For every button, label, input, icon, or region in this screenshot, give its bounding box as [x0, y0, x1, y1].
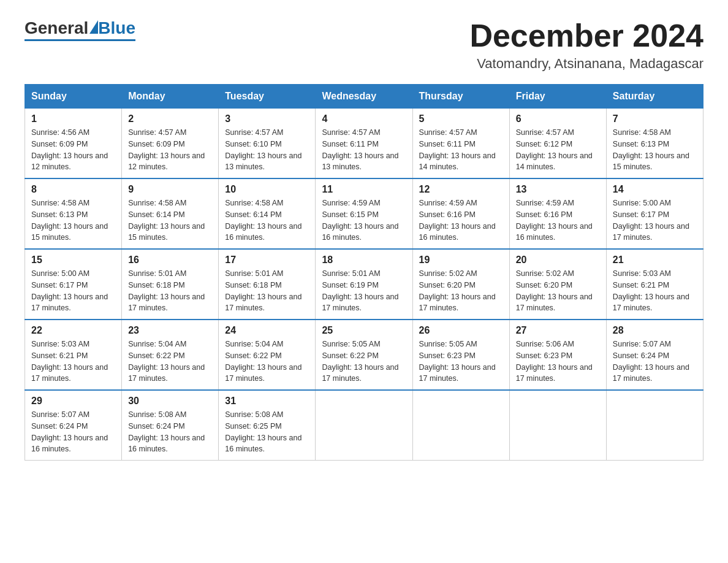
- day-cell-9: 9 Sunrise: 4:58 AMSunset: 6:14 PMDayligh…: [122, 178, 219, 249]
- day-cell-17: 17 Sunrise: 5:01 AMSunset: 6:18 PMDaylig…: [219, 249, 316, 320]
- day-info: Sunrise: 4:57 AMSunset: 6:11 PMDaylight:…: [419, 128, 496, 171]
- day-number: 31: [225, 396, 309, 407]
- day-info: Sunrise: 5:05 AMSunset: 6:22 PMDaylight:…: [322, 340, 398, 383]
- day-number: 4: [322, 113, 406, 124]
- day-cell-25: 25 Sunrise: 5:05 AMSunset: 6:22 PMDaylig…: [316, 320, 412, 390]
- day-cell-21: 21 Sunrise: 5:03 AMSunset: 6:21 PMDaylig…: [606, 249, 703, 320]
- day-cell-5: 5 Sunrise: 4:57 AMSunset: 6:11 PMDayligh…: [412, 109, 509, 179]
- empty-cell: [412, 390, 509, 461]
- day-number: 17: [225, 255, 309, 266]
- day-cell-12: 12 Sunrise: 4:59 AMSunset: 6:16 PMDaylig…: [412, 178, 509, 249]
- day-number: 27: [516, 325, 600, 336]
- day-info: Sunrise: 4:58 AMSunset: 6:14 PMDaylight:…: [128, 199, 205, 242]
- day-info: Sunrise: 4:58 AMSunset: 6:13 PMDaylight:…: [613, 128, 689, 171]
- empty-cell: [509, 390, 606, 461]
- day-number: 6: [516, 113, 600, 124]
- logo-general-text: General: [25, 18, 88, 38]
- day-info: Sunrise: 5:08 AMSunset: 6:24 PMDaylight:…: [128, 410, 205, 453]
- day-cell-6: 6 Sunrise: 4:57 AMSunset: 6:12 PMDayligh…: [509, 109, 606, 179]
- page-header: General Blue December 2024 Vatomandry, A…: [25, 18, 703, 72]
- day-number: 24: [225, 325, 309, 336]
- logo-area: General Blue: [25, 18, 135, 41]
- day-cell-29: 29 Sunrise: 5:07 AMSunset: 6:24 PMDaylig…: [25, 390, 122, 461]
- calendar-table: SundayMondayTuesdayWednesdayThursdayFrid…: [25, 84, 703, 461]
- day-number: 1: [31, 113, 115, 124]
- week-row-4: 22 Sunrise: 5:03 AMSunset: 6:21 PMDaylig…: [25, 320, 703, 390]
- day-cell-31: 31 Sunrise: 5:08 AMSunset: 6:25 PMDaylig…: [219, 390, 316, 461]
- day-number: 21: [613, 255, 697, 266]
- day-info: Sunrise: 5:04 AMSunset: 6:22 PMDaylight:…: [225, 340, 301, 383]
- week-row-1: 1 Sunrise: 4:56 AMSunset: 6:09 PMDayligh…: [25, 109, 703, 179]
- day-number: 22: [31, 325, 115, 336]
- day-cell-13: 13 Sunrise: 4:59 AMSunset: 6:16 PMDaylig…: [509, 178, 606, 249]
- day-cell-30: 30 Sunrise: 5:08 AMSunset: 6:24 PMDaylig…: [122, 390, 219, 461]
- column-header-monday: Monday: [122, 85, 219, 109]
- day-cell-19: 19 Sunrise: 5:02 AMSunset: 6:20 PMDaylig…: [412, 249, 509, 320]
- day-number: 29: [31, 396, 115, 407]
- day-info: Sunrise: 5:02 AMSunset: 6:20 PMDaylight:…: [419, 269, 496, 312]
- day-number: 11: [322, 184, 406, 195]
- column-header-saturday: Saturday: [606, 85, 703, 109]
- month-title: December 2024: [469, 18, 703, 53]
- day-cell-20: 20 Sunrise: 5:02 AMSunset: 6:20 PMDaylig…: [509, 249, 606, 320]
- day-cell-3: 3 Sunrise: 4:57 AMSunset: 6:10 PMDayligh…: [219, 109, 316, 179]
- day-cell-26: 26 Sunrise: 5:05 AMSunset: 6:23 PMDaylig…: [412, 320, 509, 390]
- day-info: Sunrise: 5:04 AMSunset: 6:22 PMDaylight:…: [128, 340, 205, 383]
- day-info: Sunrise: 5:05 AMSunset: 6:23 PMDaylight:…: [419, 340, 496, 383]
- day-number: 8: [31, 184, 115, 195]
- day-cell-18: 18 Sunrise: 5:01 AMSunset: 6:19 PMDaylig…: [316, 249, 412, 320]
- day-cell-22: 22 Sunrise: 5:03 AMSunset: 6:21 PMDaylig…: [25, 320, 122, 390]
- day-info: Sunrise: 4:58 AMSunset: 6:14 PMDaylight:…: [225, 199, 301, 242]
- day-cell-7: 7 Sunrise: 4:58 AMSunset: 6:13 PMDayligh…: [606, 109, 703, 179]
- day-number: 12: [419, 184, 503, 195]
- day-info: Sunrise: 5:06 AMSunset: 6:23 PMDaylight:…: [516, 340, 593, 383]
- day-info: Sunrise: 4:56 AMSunset: 6:09 PMDaylight:…: [31, 128, 108, 171]
- day-number: 18: [322, 255, 406, 266]
- logo: General Blue: [25, 18, 135, 38]
- column-header-thursday: Thursday: [412, 85, 509, 109]
- day-number: 15: [31, 255, 115, 266]
- day-cell-27: 27 Sunrise: 5:06 AMSunset: 6:23 PMDaylig…: [509, 320, 606, 390]
- day-cell-14: 14 Sunrise: 5:00 AMSunset: 6:17 PMDaylig…: [606, 178, 703, 249]
- day-info: Sunrise: 4:57 AMSunset: 6:09 PMDaylight:…: [128, 128, 205, 171]
- column-header-sunday: Sunday: [25, 85, 122, 109]
- day-cell-11: 11 Sunrise: 4:59 AMSunset: 6:15 PMDaylig…: [316, 178, 412, 249]
- day-info: Sunrise: 4:57 AMSunset: 6:11 PMDaylight:…: [322, 128, 398, 171]
- day-number: 16: [128, 255, 212, 266]
- logo-blue-text: Blue: [98, 18, 135, 38]
- column-header-friday: Friday: [509, 85, 606, 109]
- empty-cell: [316, 390, 412, 461]
- day-number: 19: [419, 255, 503, 266]
- day-cell-1: 1 Sunrise: 4:56 AMSunset: 6:09 PMDayligh…: [25, 109, 122, 179]
- day-number: 7: [613, 113, 697, 124]
- day-number: 10: [225, 184, 309, 195]
- day-info: Sunrise: 4:57 AMSunset: 6:10 PMDaylight:…: [225, 128, 301, 171]
- day-info: Sunrise: 5:03 AMSunset: 6:21 PMDaylight:…: [31, 340, 108, 383]
- day-number: 13: [516, 184, 600, 195]
- day-info: Sunrise: 4:58 AMSunset: 6:13 PMDaylight:…: [31, 199, 108, 242]
- column-header-tuesday: Tuesday: [219, 85, 316, 109]
- day-cell-10: 10 Sunrise: 4:58 AMSunset: 6:14 PMDaylig…: [219, 178, 316, 249]
- day-number: 26: [419, 325, 503, 336]
- logo-underline: [25, 39, 135, 41]
- location-subtitle: Vatomandry, Atsinanana, Madagascar: [469, 56, 703, 72]
- day-cell-24: 24 Sunrise: 5:04 AMSunset: 6:22 PMDaylig…: [219, 320, 316, 390]
- day-number: 28: [613, 325, 697, 336]
- day-info: Sunrise: 5:01 AMSunset: 6:18 PMDaylight:…: [225, 269, 301, 312]
- day-info: Sunrise: 5:08 AMSunset: 6:25 PMDaylight:…: [225, 410, 301, 453]
- day-info: Sunrise: 5:02 AMSunset: 6:20 PMDaylight:…: [516, 269, 593, 312]
- logo-triangle-icon: [89, 20, 98, 34]
- day-info: Sunrise: 4:59 AMSunset: 6:15 PMDaylight:…: [322, 199, 398, 242]
- day-info: Sunrise: 5:00 AMSunset: 6:17 PMDaylight:…: [613, 199, 689, 242]
- day-info: Sunrise: 4:59 AMSunset: 6:16 PMDaylight:…: [516, 199, 593, 242]
- day-number: 20: [516, 255, 600, 266]
- day-info: Sunrise: 5:03 AMSunset: 6:21 PMDaylight:…: [613, 269, 689, 312]
- day-cell-28: 28 Sunrise: 5:07 AMSunset: 6:24 PMDaylig…: [606, 320, 703, 390]
- day-cell-4: 4 Sunrise: 4:57 AMSunset: 6:11 PMDayligh…: [316, 109, 412, 179]
- calendar-header-row: SundayMondayTuesdayWednesdayThursdayFrid…: [25, 85, 703, 109]
- day-number: 30: [128, 396, 212, 407]
- day-cell-8: 8 Sunrise: 4:58 AMSunset: 6:13 PMDayligh…: [25, 178, 122, 249]
- day-info: Sunrise: 5:01 AMSunset: 6:19 PMDaylight:…: [322, 269, 398, 312]
- day-number: 2: [128, 113, 212, 124]
- day-info: Sunrise: 5:07 AMSunset: 6:24 PMDaylight:…: [31, 410, 108, 453]
